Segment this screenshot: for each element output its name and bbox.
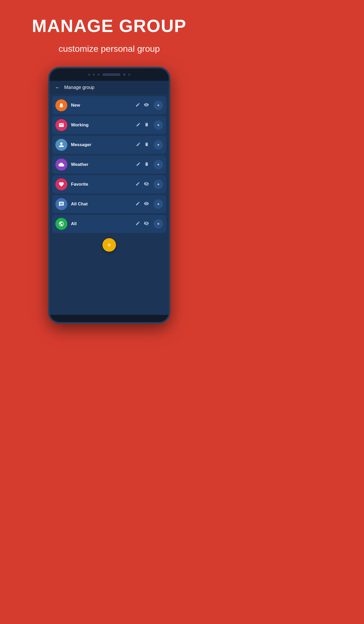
sort-button-favorite[interactable] [154,180,163,189]
group-actions-weather [136,160,163,169]
phone-bottom-bar [50,315,169,322]
notch-dot-1 [88,74,90,76]
group-actions-favorite [135,180,163,189]
visible-button-new[interactable] [144,102,149,109]
sort-button-allchat[interactable] [154,199,163,209]
group-icon-weather [55,159,67,171]
group-actions-working [136,120,163,130]
edit-button-new[interactable] [135,102,140,108]
delete-button-messager[interactable] [144,142,149,148]
phone-frame: ← Manage group New Working Messager Weat… [48,67,170,324]
group-icon-all [55,218,67,230]
hero-subtitle: customize personal group [58,44,160,54]
screen-title: Manage group [64,85,94,90]
group-item-messager: Messager [52,136,166,154]
notch-dot-2 [93,74,95,76]
group-item-weather: Weather [52,155,166,174]
group-actions-new [135,101,163,110]
group-actions-all [135,219,163,229]
group-name-favorite: Favorite [71,182,132,187]
notch-speaker [102,73,120,76]
back-button[interactable]: ← [55,84,60,90]
sort-button-weather[interactable] [154,160,163,169]
screen-header: ← Manage group [50,81,169,94]
hero-title: MANAGE GROUP [32,16,186,36]
group-name-all: All [71,221,132,226]
fab-area: + [50,235,169,256]
group-item-working: Working [52,116,166,134]
visible-button-allchat[interactable] [144,201,149,207]
edit-button-allchat[interactable] [135,201,140,207]
edit-button-messager[interactable] [136,142,141,148]
notch-camera [123,73,126,76]
group-icon-favorite [55,178,67,190]
group-icon-working [55,119,67,131]
sort-button-messager[interactable] [154,140,163,150]
group-item-favorite: Favorite [52,175,166,193]
group-name-new: New [71,103,132,108]
phone-screen: ← Manage group New Working Messager Weat… [50,81,169,315]
edit-button-all[interactable] [135,221,140,227]
delete-button-working[interactable] [144,122,149,128]
group-name-weather: Weather [71,162,132,167]
group-item-new: New [52,96,166,114]
group-name-allchat: All Chat [71,202,132,207]
edit-button-working[interactable] [136,122,141,128]
phone-notch-bar [50,68,169,81]
group-name-working: Working [71,122,132,128]
group-actions-messager [136,140,163,150]
group-name-messager: Messager [71,142,132,147]
group-icon-messager [55,139,67,151]
edit-button-favorite[interactable] [135,181,140,187]
group-list: New Working Messager Weather Favorite [50,94,169,235]
group-icon-allchat [55,198,67,210]
add-group-button[interactable]: + [102,238,116,252]
sort-button-all[interactable] [154,219,163,229]
hidden-button-all[interactable] [144,221,149,227]
notch-dot-4 [128,74,130,76]
group-actions-allchat [135,199,163,209]
sort-button-new[interactable] [154,101,163,110]
group-item-all: All [52,215,166,233]
edit-button-weather[interactable] [136,162,141,168]
group-icon-new [55,99,67,111]
delete-button-weather[interactable] [144,162,149,168]
notch-dot-3 [98,74,100,76]
hidden-button-favorite[interactable] [144,181,149,188]
group-item-allchat: All Chat [52,195,166,213]
sort-button-working[interactable] [154,120,163,130]
